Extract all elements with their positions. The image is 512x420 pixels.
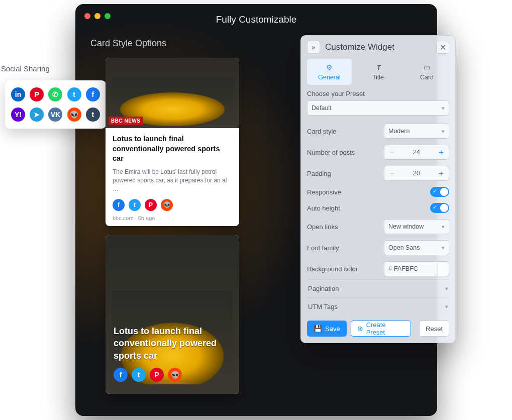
chevron-down-icon: ▾: [442, 105, 445, 112]
bg-color-value: FAFBFC: [394, 265, 418, 272]
decrement-button[interactable]: −: [384, 145, 399, 159]
reddit-icon[interactable]: 👽: [161, 199, 173, 211]
card-style-label: Card style: [307, 128, 337, 135]
font-family-label: Font family: [307, 244, 339, 252]
chevron-down-icon: ▾: [442, 245, 445, 251]
card-meta: bbc.com · 6h ago: [113, 215, 232, 221]
padding-label: Padding: [307, 170, 331, 177]
tab-card[interactable]: ▭ Card: [404, 59, 449, 85]
card-source: bbc.com: [113, 215, 134, 221]
close-icon: ✕: [440, 43, 446, 52]
pagination-accordion[interactable]: Pagination ▾: [307, 279, 449, 297]
linkedin-icon[interactable]: in: [11, 87, 25, 101]
auto-height-toggle[interactable]: [430, 203, 449, 213]
card-title: Lotus to launch final conventionally pow…: [114, 325, 231, 362]
window-title: Fully Customizable: [75, 4, 437, 29]
whatsapp-icon[interactable]: ✆: [48, 87, 62, 101]
auto-height-label: Auto height: [307, 204, 340, 212]
button-label: Create Preset: [366, 321, 404, 336]
font-family-select[interactable]: Open Sans ▾: [384, 240, 449, 255]
select-value: Open Sans: [388, 244, 420, 251]
twitter-icon[interactable]: t: [67, 87, 81, 101]
bg-color-label: Background color: [307, 265, 358, 273]
tab-general[interactable]: ⚙ General: [307, 59, 352, 85]
vk-icon[interactable]: VK: [48, 108, 62, 122]
chevron-down-icon: ▾: [442, 224, 445, 230]
chevrons-right-icon: »: [312, 43, 316, 51]
card-age: 6h ago: [138, 215, 155, 221]
increment-button[interactable]: ＋: [434, 145, 449, 159]
twitter-icon[interactable]: t: [129, 199, 141, 211]
accordion-label: UTM Tags: [308, 303, 338, 310]
chevron-down-icon: ▾: [442, 128, 445, 135]
card-image: Lotus to launch final conventionally pow…: [106, 235, 239, 394]
card-overlay[interactable]: Lotus to launch final conventionally pow…: [106, 235, 239, 394]
social-sharing-label: Social Sharing: [1, 64, 50, 73]
save-icon: 💾: [314, 325, 322, 333]
source-badge: BBC NEWS: [109, 117, 143, 125]
tab-title[interactable]: 𝙏 Title: [356, 59, 400, 85]
stepper-value[interactable]: 20: [399, 170, 434, 177]
select-value: New window: [388, 223, 424, 230]
padding-stepper: − 20 ＋: [384, 166, 449, 181]
bg-color-swatch[interactable]: [438, 261, 449, 276]
card-style-select[interactable]: Modern ▾: [384, 124, 449, 139]
telegram-icon[interactable]: ➤: [30, 108, 44, 122]
tumblr-icon[interactable]: t: [86, 108, 100, 122]
minimize-window-dot[interactable]: [94, 13, 100, 19]
utm-tags-accordion[interactable]: UTM Tags ▾: [307, 297, 449, 316]
panel-tabs: ⚙ General 𝙏 Title ▭ Card: [307, 59, 449, 85]
close-window-dot[interactable]: [84, 13, 90, 19]
facebook-icon[interactable]: f: [114, 368, 128, 382]
open-links-label: Open links: [307, 223, 338, 231]
yahoo-icon[interactable]: Y!: [11, 108, 25, 122]
card-share-row: f t P 👽: [113, 199, 232, 211]
preset-select[interactable]: Default ▾: [307, 100, 449, 116]
pinterest-icon[interactable]: P: [150, 368, 164, 382]
num-posts-stepper: − 24 ＋: [384, 145, 449, 160]
panel-title: Customize Widget: [325, 42, 431, 52]
hash-prefix: #: [388, 265, 392, 272]
chevron-down-icon: ▾: [445, 285, 448, 292]
save-button[interactable]: 💾 Save: [307, 321, 347, 337]
tab-label: General: [318, 74, 340, 81]
pinterest-icon[interactable]: P: [145, 199, 157, 211]
traffic-lights: [84, 13, 111, 19]
num-posts-label: Number of posts: [307, 149, 355, 156]
social-sharing-panel: in P ✆ t f Y! ➤ VK 👽 t: [5, 80, 107, 129]
chevron-down-icon: ▾: [445, 303, 448, 310]
close-button[interactable]: ✕: [436, 41, 449, 54]
select-value: Modern: [388, 128, 409, 135]
reddit-icon[interactable]: 👽: [67, 108, 81, 122]
facebook-icon[interactable]: f: [86, 87, 100, 101]
maximize-window-dot[interactable]: [105, 13, 111, 19]
reset-button[interactable]: Reset: [419, 321, 449, 337]
responsive-label: Responsive: [307, 188, 341, 196]
increment-button[interactable]: ＋: [434, 166, 449, 180]
decrement-button[interactable]: −: [384, 166, 399, 180]
gear-icon: ⚙: [325, 63, 334, 72]
facebook-icon[interactable]: f: [113, 199, 125, 211]
card-title: Lotus to launch final conventionally pow…: [113, 134, 232, 164]
select-value: Default: [312, 104, 332, 112]
pinterest-icon[interactable]: P: [30, 87, 44, 101]
card-classic[interactable]: BBC NEWS Lotus to launch final conventio…: [106, 58, 239, 226]
stepper-value[interactable]: 24: [399, 149, 434, 156]
card-share-row: f t P 👽: [114, 368, 231, 382]
collapse-button[interactable]: »: [307, 41, 320, 54]
tab-label: Title: [372, 74, 384, 81]
accordion-label: Pagination: [308, 285, 339, 292]
bg-color-input[interactable]: # FAFBFC: [384, 261, 438, 276]
open-links-select[interactable]: New window ▾: [384, 219, 449, 234]
reddit-icon[interactable]: 👽: [168, 368, 182, 382]
button-label: Reset: [426, 325, 443, 333]
tab-label: Card: [420, 74, 434, 81]
responsive-toggle[interactable]: [430, 187, 449, 197]
create-preset-button[interactable]: ⊕ Create Preset: [351, 321, 411, 337]
twitter-icon[interactable]: t: [132, 368, 146, 382]
preset-heading: Choose your Preset: [307, 90, 449, 97]
card-image: BBC NEWS: [106, 58, 239, 128]
card-style-examples: BBC NEWS Lotus to launch final conventio…: [106, 58, 239, 403]
button-label: Save: [325, 325, 340, 333]
card-icon: ▭: [423, 63, 432, 72]
